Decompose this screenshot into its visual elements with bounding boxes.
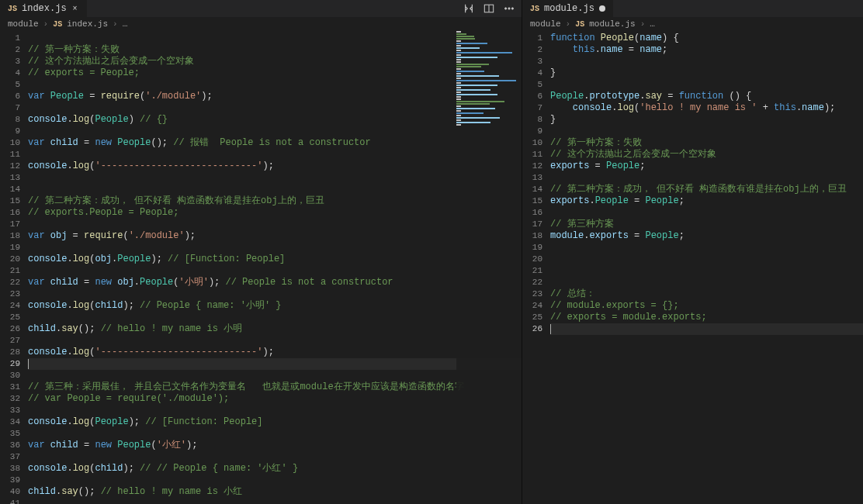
layout-icon[interactable]: [483, 2, 495, 15]
code-line[interactable]: exports.People = People;: [550, 195, 863, 207]
tab-index-js[interactable]: JS index.js ×: [0, 0, 87, 17]
breadcrumb-more: …: [123, 19, 128, 29]
code-line[interactable]: // 第三种方案: [550, 219, 863, 230]
code-line[interactable]: [550, 277, 863, 288]
code-line[interactable]: // 这个方法抛出之后会变成一个空对象: [550, 149, 863, 161]
code-line[interactable]: [550, 79, 863, 91]
code-line[interactable]: // module.exports = {};: [550, 300, 863, 312]
right-code[interactable]: function People(name) { this.name = name…: [550, 31, 863, 504]
code-line[interactable]: var obj = require('./module');: [28, 230, 522, 242]
breadcrumb-more: …: [650, 19, 655, 29]
code-line[interactable]: [550, 126, 863, 137]
code-line[interactable]: var People = require('./module');: [28, 91, 522, 102]
code-line[interactable]: var child = new People('小红');: [28, 440, 522, 451]
code-line[interactable]: [28, 265, 522, 277]
code-line[interactable]: [550, 242, 863, 254]
code-line[interactable]: // exports = People;: [28, 67, 522, 79]
code-line[interactable]: console.log(People); // [Function: Peopl…: [28, 416, 522, 428]
code-line[interactable]: // 第二种方案：成功， 但不好看 构造函数有谁是挂在obj上的，巨丑: [550, 184, 863, 195]
code-line[interactable]: [550, 254, 863, 265]
left-editor[interactable]: 1234567891011121314151617181920212223242…: [0, 31, 522, 504]
code-line[interactable]: // 第三种：采用最佳， 并且会已文件名作为变量名 也就是或module在开发中…: [28, 381, 522, 393]
code-line[interactable]: exports = People;: [550, 161, 863, 172]
code-line[interactable]: }: [550, 114, 863, 126]
breadcrumb-folder: module: [530, 19, 561, 29]
code-line[interactable]: console.log(child); // // People { name:…: [28, 463, 522, 475]
code-line[interactable]: [28, 428, 522, 440]
more-icon[interactable]: [503, 2, 515, 15]
code-line[interactable]: // 总结：: [550, 288, 863, 300]
js-file-icon: JS: [8, 5, 17, 13]
chevron-right-icon: ›: [113, 19, 118, 29]
code-line[interactable]: var child = new People(); // 报错 People i…: [28, 137, 522, 149]
code-line[interactable]: [28, 149, 522, 161]
code-line[interactable]: [28, 405, 522, 416]
right-tabbar: JS module.js: [522, 0, 863, 17]
code-line[interactable]: [550, 56, 863, 67]
code-line[interactable]: // 第一种方案：失败: [550, 137, 863, 149]
breadcrumb-folder: module: [8, 19, 39, 29]
code-line[interactable]: [28, 498, 522, 504]
code-line[interactable]: console.log(child); // People { name: '小…: [28, 300, 522, 312]
compare-icon[interactable]: [463, 2, 475, 15]
chevron-right-icon: ›: [566, 19, 571, 29]
left-breadcrumb[interactable]: module › JS index.js › …: [0, 17, 522, 31]
code-line[interactable]: [28, 358, 522, 370]
code-line[interactable]: console.log('hello ! my name is ' + this…: [550, 102, 863, 114]
code-line[interactable]: [28, 172, 522, 184]
code-line[interactable]: // 这个方法抛出之后会变成一个空对象: [28, 56, 522, 67]
dirty-indicator-icon[interactable]: [599, 5, 605, 12]
code-line[interactable]: [28, 335, 522, 347]
left-code[interactable]: // 第一种方案：失败// 这个方法抛出之后会变成一个空对象// exports…: [28, 31, 522, 504]
code-line[interactable]: function People(name) {: [550, 33, 863, 44]
code-line[interactable]: [550, 207, 863, 219]
right-tabgroup: JS module.js: [522, 0, 863, 17]
code-line[interactable]: [28, 475, 522, 486]
svg-point-2: [504, 8, 506, 9]
code-line[interactable]: [28, 102, 522, 114]
code-line[interactable]: [28, 288, 522, 300]
right-breadcrumb[interactable]: module › JS module.js › …: [522, 17, 863, 31]
code-line[interactable]: this.name = name;: [550, 44, 863, 56]
code-line[interactable]: // 第二种方案：成功， 但不好看 构造函数有谁是挂在obj上的，巨丑: [28, 195, 522, 207]
code-line[interactable]: [28, 219, 522, 230]
code-line[interactable]: // exports = module.exports;: [550, 312, 863, 323]
code-line[interactable]: var child = new obj.People('小明'); // Peo…: [28, 277, 522, 288]
code-line[interactable]: [28, 33, 522, 44]
svg-point-4: [511, 8, 513, 9]
code-line[interactable]: console.log('---------------------------…: [28, 347, 522, 358]
code-line[interactable]: // exports.People = People;: [28, 207, 522, 219]
code-line[interactable]: [28, 370, 522, 381]
editor-root: JS index.js × module › JS index.js › …: [0, 0, 863, 504]
code-line[interactable]: [28, 312, 522, 323]
code-line[interactable]: module.exports = People;: [550, 230, 863, 242]
js-file-icon: JS: [530, 5, 539, 13]
breadcrumb-file: module.js: [589, 19, 635, 29]
code-line[interactable]: console.log('---------------------------…: [28, 161, 522, 172]
code-line[interactable]: console.log(People) // {}: [28, 114, 522, 126]
code-line[interactable]: [550, 172, 863, 184]
tab-module-js[interactable]: JS module.js: [522, 0, 613, 17]
minimap[interactable]: [456, 31, 522, 504]
code-line[interactable]: }: [550, 67, 863, 79]
js-file-icon: JS: [575, 20, 584, 29]
code-line[interactable]: [28, 184, 522, 195]
code-line[interactable]: // var People = require('./module');: [28, 393, 522, 405]
code-line[interactable]: [28, 126, 522, 137]
code-line[interactable]: [28, 451, 522, 463]
code-line[interactable]: // 第一种方案：失败: [28, 44, 522, 56]
code-line[interactable]: child.say(); // hello ! my name is 小红: [28, 486, 522, 498]
code-line[interactable]: People.prototype.say = function () {: [550, 91, 863, 102]
code-line[interactable]: console.log(obj.People); // [Function: P…: [28, 254, 522, 265]
right-editor[interactable]: 1234567891011121314151617181920212223242…: [522, 31, 863, 504]
code-line[interactable]: [550, 323, 863, 335]
code-line[interactable]: child.say(); // hello ! my name is 小明: [28, 323, 522, 335]
code-line[interactable]: [28, 79, 522, 91]
left-gutter: 1234567891011121314151617181920212223242…: [0, 31, 28, 504]
chevron-right-icon: ›: [43, 19, 49, 29]
editor-action-icons: [463, 2, 522, 15]
code-line[interactable]: [550, 265, 863, 277]
close-icon[interactable]: ×: [71, 5, 79, 13]
code-line[interactable]: [28, 242, 522, 254]
tab-label: module.js: [544, 3, 594, 14]
